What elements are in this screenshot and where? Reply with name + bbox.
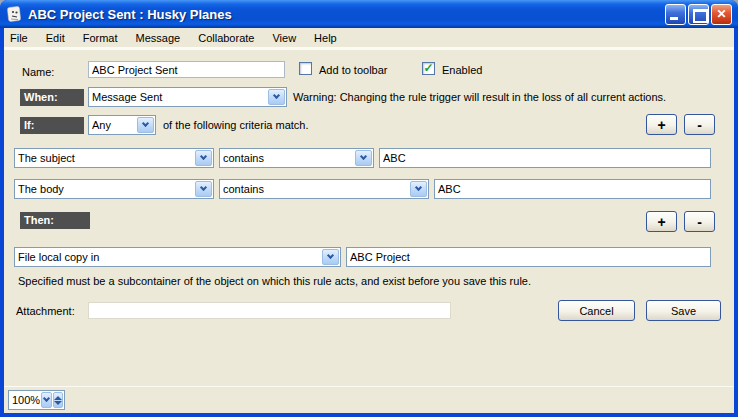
if-suffix-text: of the following criteria match.: [163, 119, 309, 131]
name-input[interactable]: [88, 61, 285, 78]
criteria-field-select[interactable]: The subject: [14, 148, 214, 168]
criteria-field-value: The subject: [15, 152, 194, 164]
chevron-down-icon: [195, 181, 212, 197]
when-trigger-value: Message Sent: [89, 91, 267, 103]
chevron-down-icon[interactable]: [41, 392, 52, 408]
app-icon: [6, 6, 23, 23]
action-select[interactable]: File local copy in: [14, 247, 341, 267]
criteria-value-input[interactable]: [434, 179, 711, 199]
statusbar: 100%: [4, 386, 734, 413]
enabled-checkbox[interactable]: ✓: [422, 62, 435, 75]
criteria-value-input[interactable]: [379, 148, 711, 168]
action-target-input[interactable]: [346, 247, 711, 267]
attachment-input[interactable]: [88, 302, 451, 319]
if-add-criteria-button[interactable]: +: [646, 114, 677, 135]
when-warning-text: Warning: Changing the rule trigger will …: [293, 91, 666, 103]
attachment-label: Attachment:: [16, 305, 75, 317]
criteria-operator-select[interactable]: contains: [219, 179, 429, 199]
action-value: File local copy in: [15, 251, 321, 263]
chevron-down-icon: [410, 181, 427, 197]
add-to-toolbar-checkbox[interactable]: [299, 62, 312, 75]
chevron-down-icon: [195, 150, 212, 166]
menubar: File Edit Format Message Collaborate Vie…: [4, 28, 734, 50]
menu-item-collaborate[interactable]: Collaborate: [189, 29, 263, 47]
criteria-field-value: The body: [15, 183, 194, 195]
if-remove-criteria-button[interactable]: -: [684, 114, 715, 135]
then-add-action-button[interactable]: +: [646, 211, 677, 232]
chevron-down-icon: [322, 249, 339, 265]
add-to-toolbar-label: Add to toolbar: [319, 64, 388, 76]
cancel-button[interactable]: Cancel: [558, 300, 635, 321]
window-controls: ✕: [665, 4, 732, 25]
criteria-operator-select[interactable]: contains: [219, 148, 374, 168]
spin-up-icon[interactable]: [54, 396, 62, 400]
zoom-control[interactable]: 100%: [8, 390, 65, 410]
menu-item-file[interactable]: File: [4, 29, 37, 47]
if-match-value: Any: [89, 119, 136, 131]
spin-down-icon[interactable]: [54, 401, 62, 405]
window-title: ABC Project Sent : Husky Planes: [28, 7, 665, 22]
menu-item-view[interactable]: View: [263, 29, 305, 47]
menu-item-message[interactable]: Message: [127, 29, 190, 47]
menu-item-edit[interactable]: Edit: [37, 29, 74, 47]
chevron-down-icon: [355, 150, 372, 166]
subcontainer-note-text: Specified must be a subcontainer of the …: [18, 275, 531, 287]
if-section-label: If:: [20, 117, 84, 134]
criteria-operator-value: contains: [220, 152, 354, 164]
close-button[interactable]: ✕: [711, 4, 732, 25]
criteria-operator-value: contains: [220, 183, 409, 195]
menu-item-help[interactable]: Help: [305, 29, 346, 47]
enabled-label: Enabled: [442, 64, 482, 76]
when-trigger-select[interactable]: Message Sent: [88, 87, 287, 107]
then-remove-action-button[interactable]: -: [684, 211, 715, 232]
menu-item-format[interactable]: Format: [74, 29, 127, 47]
if-match-select[interactable]: Any: [88, 115, 156, 135]
criteria-field-select[interactable]: The body: [14, 179, 214, 199]
chevron-down-icon: [137, 117, 154, 133]
zoom-value: 100%: [9, 394, 40, 406]
then-section-label: Then:: [20, 212, 90, 229]
chevron-down-icon: [268, 89, 285, 105]
titlebar: ABC Project Sent : Husky Planes ✕: [0, 0, 738, 28]
maximize-button[interactable]: [688, 4, 709, 25]
zoom-spinner[interactable]: [53, 392, 63, 408]
rule-editor-window: ABC Project Sent : Husky Planes ✕ File E…: [0, 0, 738, 417]
check-icon: ✓: [423, 63, 433, 74]
name-label: Name:: [22, 66, 54, 78]
when-section-label: When:: [20, 89, 84, 106]
save-button[interactable]: Save: [646, 300, 721, 321]
minimize-button[interactable]: [665, 4, 686, 25]
